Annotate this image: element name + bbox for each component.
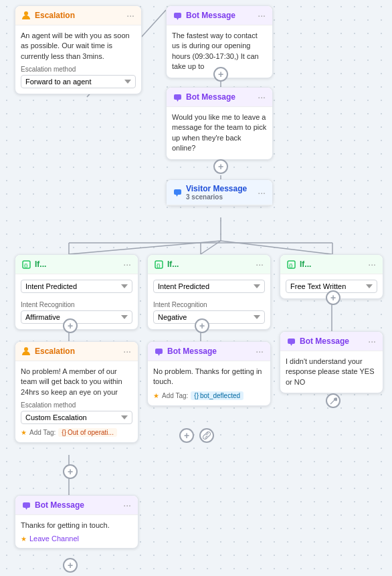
plus-btn-if3: +: [326, 290, 340, 305]
bot-msg-4-title: Bot Message: [153, 346, 217, 357]
if-card-2-icon: {}: [153, 259, 164, 270]
escalation-2-method-select[interactable]: Custom Escalation: [21, 411, 132, 424]
plus-btn-if3-btn[interactable]: +: [326, 290, 340, 305]
svg-marker-18: [176, 195, 178, 197]
bot-msg-4-actions: +: [179, 428, 214, 443]
bot-msg-1-more[interactable]: ···: [256, 10, 267, 21]
bot-msg-3-more[interactable]: ···: [367, 336, 377, 347]
bot-msg-4-tag-value: bot_deflected: [200, 392, 240, 399]
tag-brace-icon-4: {}: [194, 392, 199, 399]
bot-msg-1-header: Bot Message ···: [167, 6, 272, 25]
svg-rect-13: [174, 13, 181, 18]
if-card-1-header: {} If... ···: [15, 255, 138, 274]
if-card-1-label: If...: [35, 260, 46, 269]
bot-msg-3-card: Bot Message ··· I didn't understand your…: [280, 331, 383, 393]
escalation-2-icon: [21, 346, 31, 357]
if-card-3-header: {} If... ···: [280, 255, 383, 274]
bot-msg-2-card: Bot Message ··· Would you like me to lea…: [166, 87, 273, 160]
svg-rect-17: [174, 189, 181, 195]
plus-btn-bot5-btn[interactable]: +: [63, 558, 78, 573]
link-btn-msg4[interactable]: [199, 428, 214, 443]
svg-text:{}: {}: [24, 263, 28, 268]
plus-btn-esc2-btn[interactable]: +: [63, 464, 78, 479]
plus-btn-msg4[interactable]: +: [179, 428, 194, 443]
escalation-top-card: Escalation ··· An agent will be with you…: [15, 5, 142, 94]
if-card-3-title: {} If...: [286, 259, 311, 270]
plus-btn-1[interactable]: +: [213, 67, 228, 82]
escalation-2-card: Escalation ··· No problem! A member of o…: [15, 341, 138, 443]
bot-msg-1-text: The fastest way to contact us is during …: [172, 31, 267, 72]
bot-msg-2-title: Bot Message: [172, 92, 235, 102]
svg-text:{}: {}: [157, 263, 161, 268]
escalation-2-tag-label: Add Tag:: [29, 429, 56, 436]
wrench-icon: [329, 397, 337, 405]
svg-point-31: [24, 347, 28, 351]
if-card-1-more[interactable]: ···: [122, 259, 132, 270]
if-card-2-label: If...: [167, 260, 179, 269]
bot-msg-5-title: Bot Message: [21, 500, 84, 510]
escalation-top-method-select[interactable]: Forward to an agent: [21, 75, 136, 88]
if-card-2-pred-select[interactable]: Intent Predicted: [153, 280, 265, 293]
if-card-1-recog-label: Intent Recognition: [21, 301, 132, 308]
bot-msg-3-header: Bot Message ···: [280, 332, 383, 351]
bot-msg-4-tag-badge: {} bot_deflected: [191, 391, 243, 400]
escalation-top-title: Escalation: [21, 10, 75, 21]
svg-marker-35: [25, 508, 27, 510]
bot-msg-5-more[interactable]: ···: [122, 500, 132, 510]
bot-msg-2-more[interactable]: ···: [256, 92, 267, 102]
plus-btn-esc2: +: [63, 464, 78, 479]
bot-msg-5-card: Bot Message ··· Thanks for getting in to…: [15, 495, 138, 549]
svg-line-5: [69, 241, 221, 254]
bot-msg-5-icon: [21, 500, 31, 510]
bot-msg-2-body: Would you like me to leave a message for…: [167, 107, 272, 159]
svg-point-12: [24, 11, 28, 15]
visitor-msg-header: Visitor Message 3 scenarios ···: [167, 180, 272, 205]
bot-msg-4-more[interactable]: ···: [254, 346, 265, 357]
escalation-top-more[interactable]: ···: [125, 10, 136, 21]
link-icon: [203, 431, 211, 440]
bot-msg-4-header: Bot Message ···: [148, 342, 270, 361]
bot-msg-3-body: I didn't understand your response please…: [280, 351, 383, 393]
svg-marker-16: [177, 100, 179, 102]
bot-msg-4-tag-label: Add Tag:: [162, 392, 188, 399]
plus-btn-if2-btn[interactable]: +: [195, 318, 209, 333]
bot-msg-3-label: Bot Message: [300, 337, 349, 346]
plus-btn-if1: +: [63, 318, 78, 333]
if-card-3-label: If...: [300, 260, 311, 269]
svg-marker-33: [158, 354, 160, 356]
wrench-icon-container: [326, 393, 340, 408]
if-card-2-more[interactable]: ···: [254, 259, 265, 270]
tag-brace-icon: {}: [62, 429, 66, 436]
wrench-btn[interactable]: [326, 393, 340, 408]
plus-btn-2-container: +: [213, 159, 228, 174]
bot-msg-4-add-tag: ★ Add Tag: {} bot_deflected: [153, 391, 265, 400]
bot-msg-5-body: Thanks for getting in touch. ★ Leave Cha…: [15, 515, 138, 548]
svg-rect-34: [23, 502, 30, 508]
escalation-2-body: No problem! A member of our team will ge…: [15, 361, 138, 442]
plus-btn-if2: +: [195, 318, 209, 333]
escalation-2-more[interactable]: ···: [122, 346, 132, 357]
svg-marker-14: [177, 18, 179, 20]
visitor-msg-more[interactable]: ···: [256, 187, 267, 198]
if-card-3-icon: {}: [286, 259, 296, 270]
escalation-2-title: Escalation: [21, 346, 75, 357]
escalation-top-label: Escalation: [35, 11, 75, 20]
visitor-msg-title: Visitor Message 3 scenarios: [172, 184, 247, 201]
bot-msg-3-title: Bot Message: [286, 336, 349, 347]
svg-marker-30: [290, 344, 292, 346]
escalation-2-add-tag: ★ Add Tag: {} Out of operati...: [21, 428, 132, 437]
visitor-msg-icon: [172, 187, 183, 198]
bot-msg-4-body: No problem. Thanks for getting in touch.…: [148, 361, 270, 405]
plus-btn-2[interactable]: +: [213, 159, 228, 174]
bot-msg-3-text: I didn't understand your response please…: [286, 357, 377, 387]
escalation-icon: [21, 10, 31, 21]
if-card-1-pred-select[interactable]: Intent Predicted: [21, 280, 132, 293]
tag-star-icon: ★: [21, 429, 27, 436]
plus-btn-if1-btn[interactable]: +: [63, 318, 78, 333]
escalation-top-text: An agent will be with you as soon as pos…: [21, 31, 136, 62]
if-card-3-more[interactable]: ···: [367, 259, 377, 270]
bot-msg-2-label: Bot Message: [186, 92, 235, 102]
plus-btn-1-container: +: [213, 67, 228, 82]
escalation-2-text: No problem! A member of our team will ge…: [21, 367, 132, 397]
bot-msg-5-header: Bot Message ···: [15, 496, 138, 515]
